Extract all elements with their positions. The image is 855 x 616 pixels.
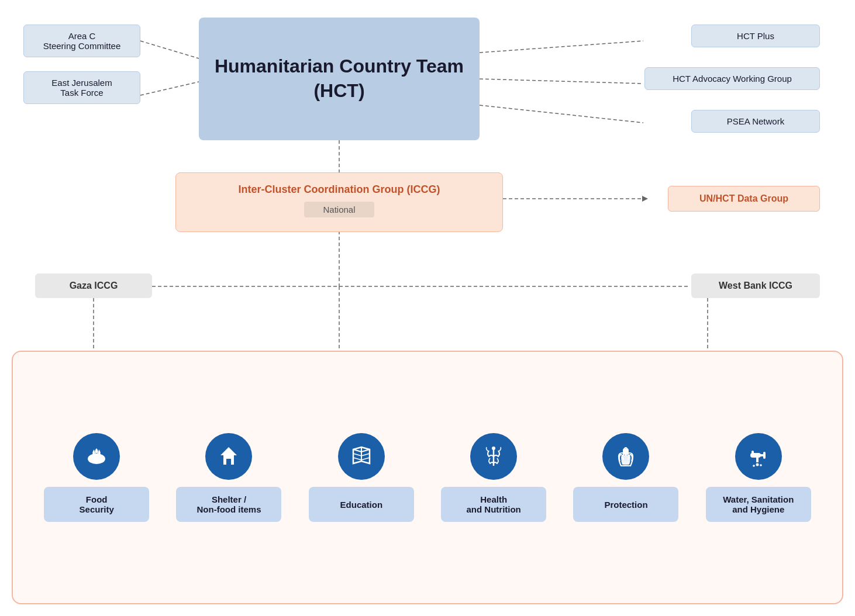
westbank-iccg-box: West Bank ICCG: [691, 274, 820, 298]
shelter-icon-circle: [205, 433, 252, 480]
svg-point-27: [760, 464, 762, 466]
education-icon: [349, 444, 374, 469]
svg-line-4: [480, 105, 643, 123]
cluster-area: Food Security Shelter / Non-food items: [12, 351, 843, 604]
psea-label: PSEA Network: [727, 116, 784, 126]
education-icon-circle: [338, 433, 385, 480]
protection-label: Protection: [573, 487, 678, 522]
area-c-box: Area C Steering Committee: [23, 25, 140, 57]
hct-plus-label: HCT Plus: [737, 31, 774, 41]
iccg-box: Inter-Cluster Coordination Group (ICCG) …: [175, 172, 503, 232]
cluster-shelter: Shelter / Non-food items: [176, 433, 281, 522]
svg-rect-23: [763, 452, 766, 459]
iccg-title: Inter-Cluster Coordination Group (ICCG): [190, 184, 488, 196]
wash-icon: [746, 444, 771, 469]
diagram: Humanitarian Country Team (HCT) Area C S…: [0, 0, 855, 616]
svg-rect-17: [226, 459, 231, 465]
wash-label: Water, Sanitation and Hygiene: [706, 487, 811, 522]
shelter-icon: [216, 444, 242, 469]
health-label: Health and Nutrition: [441, 487, 546, 522]
protection-text: Protection: [604, 500, 647, 510]
health-icon-circle: [470, 433, 517, 480]
food-security-label: Food Security: [44, 487, 149, 522]
svg-point-20: [492, 447, 495, 450]
food-security-text: Food Security: [80, 494, 114, 514]
un-hct-box: UN/HCT Data Group: [668, 186, 820, 212]
hct-main-box: Humanitarian Country Team (HCT): [199, 18, 480, 140]
hct-advocacy-box: HCT Advocacy Working Group: [644, 67, 820, 90]
svg-marker-7: [642, 196, 648, 202]
cluster-health: Health and Nutrition: [441, 433, 546, 522]
un-hct-label: UN/HCT Data Group: [699, 193, 788, 203]
hct-title-text: Humanitarian Country Team: [215, 56, 464, 77]
svg-line-1: [140, 82, 199, 95]
svg-rect-24: [756, 458, 759, 462]
cluster-protection: Protection: [573, 433, 678, 522]
education-label: Education: [309, 487, 414, 522]
gaza-iccg-box: Gaza ICCG: [35, 274, 152, 298]
area-c-label: Area C Steering Committee: [43, 31, 121, 51]
national-badge: National: [304, 202, 374, 217]
svg-marker-15: [220, 447, 237, 455]
protection-icon: [613, 444, 639, 469]
svg-point-25: [756, 463, 759, 466]
hct-plus-box: HCT Plus: [691, 25, 820, 47]
shelter-text: Shelter / Non-food items: [196, 494, 261, 514]
hct-acronym: (HCT): [313, 80, 364, 101]
shelter-label: Shelter / Non-food items: [176, 487, 281, 522]
svg-line-0: [140, 41, 199, 58]
health-icon: [481, 444, 506, 469]
hct-title: Humanitarian Country Team (HCT): [215, 54, 464, 103]
gaza-label: Gaza ICCG: [70, 281, 118, 290]
food-security-icon-circle: [73, 433, 120, 480]
svg-rect-28: [751, 451, 754, 454]
cluster-food-security: Food Security: [44, 433, 149, 522]
health-text: Health and Nutrition: [466, 494, 520, 514]
wash-text: Water, Sanitation and Hygiene: [723, 494, 794, 514]
cluster-education: Education: [309, 433, 414, 522]
cluster-wash: Water, Sanitation and Hygiene: [706, 433, 811, 522]
wash-icon-circle: [735, 433, 782, 480]
westbank-label: West Bank ICCG: [719, 281, 792, 290]
food-security-icon: [84, 444, 109, 469]
protection-icon-circle: [602, 433, 649, 480]
east-jerusalem-label: East Jerusalem Task Force: [51, 78, 112, 98]
education-text: Education: [340, 500, 383, 510]
psea-box: PSEA Network: [691, 110, 820, 133]
svg-point-26: [753, 465, 755, 467]
hct-advocacy-label: HCT Advocacy Working Group: [673, 74, 792, 84]
svg-line-2: [480, 41, 643, 53]
east-jerusalem-box: East Jerusalem Task Force: [23, 71, 140, 104]
svg-line-3: [480, 79, 643, 84]
